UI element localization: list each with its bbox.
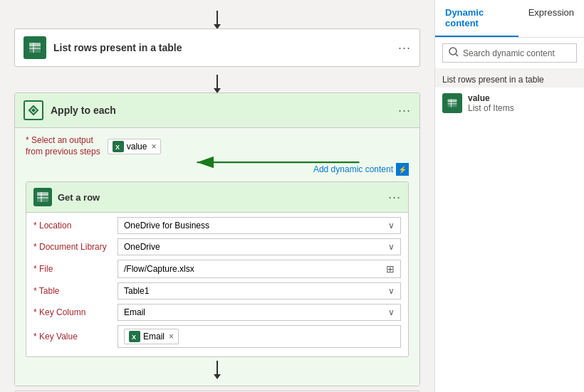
value-chip[interactable]: X value × (108, 139, 162, 154)
select-keycolumn[interactable]: Email ∨ (118, 304, 401, 321)
list-rows-title: List rows present in a table (53, 42, 391, 53)
input-file-value: /Flow/Capture.xlsx (124, 264, 194, 274)
svg-text:X: X (132, 334, 136, 340)
get-row-icon (33, 188, 52, 206)
form-row-keycolumn: Key Column Email ∨ (33, 304, 401, 321)
select-output-row: * Select an outputfrom previous steps X … (26, 135, 409, 157)
add-dynamic-text[interactable]: Add dynamic content (313, 164, 393, 174)
chip-excel-icon: X (113, 141, 124, 152)
panel-item-text: value List of Items (468, 93, 514, 113)
tab-expression[interactable]: Expression (518, 0, 584, 37)
file-picker-icon[interactable]: ⊞ (386, 263, 395, 275)
tab-dynamic-content[interactable]: Dynamic content (435, 0, 518, 37)
keyvalue-chip[interactable]: X Email × (124, 329, 179, 344)
top-arrow-connector (14, 7, 420, 28)
label-keycolumn: Key Column (33, 307, 112, 317)
label-file: File (33, 264, 112, 274)
panel-item-value[interactable]: value List of Items (435, 88, 584, 119)
label-doclibrary: Document Library (33, 242, 112, 252)
apply-each-icon (24, 100, 43, 120)
panel-item-title: value (468, 93, 514, 103)
panel-item-excel-icon (442, 93, 462, 113)
select-location-value: OneDrive for Business (124, 221, 209, 231)
apply-each-title: Apply to each (51, 105, 391, 116)
select-keycolumn-value: Email (124, 307, 145, 317)
select-table-value: Table1 (124, 286, 149, 296)
select-doclibrary[interactable]: OneDrive ∨ (118, 238, 401, 255)
apply-each-menu[interactable]: ··· (398, 103, 411, 118)
get-row-title: Get a row (58, 192, 382, 203)
chevron-keycolumn: ∨ (388, 307, 395, 317)
label-table: Table (33, 286, 112, 296)
search-box[interactable]: Search dynamic content (442, 43, 577, 63)
form-row-location: Location OneDrive for Business ∨ (33, 217, 401, 234)
inner-arrow-connector (26, 357, 409, 378)
keyvalue-chip-close[interactable]: × (169, 332, 174, 341)
chevron-location: ∨ (388, 221, 395, 231)
get-row-card: Get a row ··· Location OneDrive for Busi… (26, 181, 409, 357)
form-row-doclibrary: Document Library OneDrive ∨ (33, 238, 401, 255)
list-rows-card: List rows present in a table ··· (14, 28, 420, 67)
svg-rect-7 (37, 192, 48, 195)
get-row-form: Location OneDrive for Business ∨ Documen… (26, 213, 408, 356)
svg-rect-19 (448, 99, 457, 101)
right-panel: Dynamic content Expression Search dynami… (434, 0, 584, 392)
panel-tabs: Dynamic content Expression (435, 0, 584, 38)
search-input[interactable]: Search dynamic content (463, 48, 570, 58)
chevron-doclibrary: ∨ (388, 242, 395, 252)
chip-label: value (127, 142, 147, 152)
svg-line-17 (456, 54, 458, 56)
select-output-label: * Select an outputfrom previous steps (26, 135, 100, 157)
form-row-keyvalue: Key Value X Email × (33, 325, 401, 348)
svg-rect-1 (29, 43, 41, 46)
label-keyvalue: Key Value (33, 332, 112, 341)
label-location: Location (33, 221, 112, 231)
select-table[interactable]: Table1 ∨ (118, 282, 401, 300)
chevron-table: ∨ (388, 286, 395, 296)
chip-close[interactable]: × (151, 142, 156, 152)
form-row-table: Table Table1 ∨ (33, 282, 401, 300)
panel-search: Search dynamic content (435, 38, 584, 69)
list-rows-icon (24, 36, 46, 59)
keyvalue-chip-label: Email (143, 332, 165, 341)
list-rows-menu[interactable]: ··· (398, 41, 411, 55)
input-file[interactable]: /Flow/Capture.xlsx ⊞ (118, 260, 401, 278)
panel-section-label: List rows present in a table (435, 69, 584, 88)
lightning-button[interactable]: ⚡ (396, 163, 409, 176)
mid-arrow-connector (14, 71, 420, 92)
search-icon (449, 47, 459, 59)
get-row-menu[interactable]: ··· (388, 190, 401, 205)
panel-item-subtitle: List of Items (468, 103, 514, 113)
svg-point-16 (449, 48, 457, 55)
input-keyvalue[interactable]: X Email × (118, 325, 401, 348)
svg-text:X: X (115, 144, 120, 150)
apply-each-card: Apply to each ··· * Select an outputfrom… (14, 92, 420, 386)
keyvalue-chip-icon: X (129, 331, 140, 342)
form-row-file: File /Flow/Capture.xlsx ⊞ (33, 260, 401, 278)
add-dynamic-link[interactable]: Add dynamic content ⚡ (26, 163, 409, 176)
select-location[interactable]: OneDrive for Business ∨ (118, 217, 401, 234)
select-doclibrary-value: OneDrive (124, 242, 160, 252)
